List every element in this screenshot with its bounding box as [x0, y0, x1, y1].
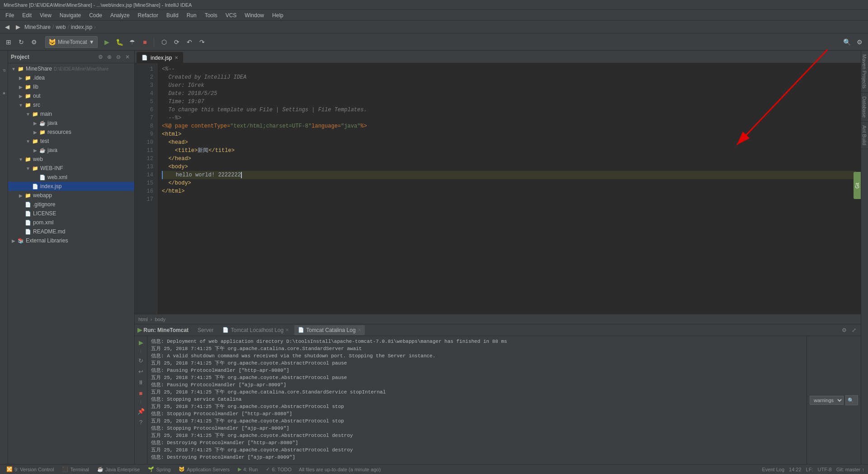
tree-item-idea[interactable]: ▶ 📁 .idea	[8, 73, 134, 82]
status-tab-terminal[interactable]: ⬛ Terminal	[59, 465, 92, 474]
menu-help[interactable]: Help	[269, 11, 287, 19]
menu-tools[interactable]: Tools	[201, 11, 221, 19]
status-lf[interactable]: LF:	[806, 467, 813, 472]
log-filter-select[interactable]: warnings errors all	[810, 396, 844, 405]
menu-vcs[interactable]: VCS	[222, 11, 241, 19]
tree-item-gitignore[interactable]: ▶ 📄 .gitignore	[8, 200, 134, 209]
git-panel-toggle[interactable]: Git	[854, 172, 861, 199]
menu-file[interactable]: File	[2, 11, 18, 19]
tree-toggle-main[interactable]: ▼	[24, 110, 32, 118]
menu-view[interactable]: View	[36, 11, 55, 19]
coverage-button[interactable]: ☂	[127, 36, 138, 48]
menu-run[interactable]: Run	[183, 11, 200, 19]
status-tab-java-enterprise[interactable]: ☕ Java Enterprise	[94, 465, 142, 474]
tree-item-src[interactable]: ▼ 📁 src	[8, 100, 134, 109]
tree-toggle-ext-libs[interactable]: ▶	[10, 237, 17, 244]
build-button[interactable]: ⬡	[158, 36, 170, 48]
debug-button[interactable]: 🐛	[114, 36, 126, 48]
tree-item-ext-libs[interactable]: ▶ 📚 External Libraries	[8, 236, 134, 245]
status-tab-spring[interactable]: 🌱 Spring	[145, 465, 173, 474]
tree-item-pom[interactable]: ▶ 📄 pom.xml	[8, 218, 134, 227]
tab-index-jsp[interactable]: 📄 index.jsp ✕	[137, 52, 183, 63]
tree-toggle-java[interactable]: ▶	[32, 119, 39, 127]
status-line-col[interactable]: 14:22	[789, 467, 802, 472]
bottom-tab-localhost-log[interactable]: 📄 Tomcat Localhost Log ✕	[219, 325, 292, 335]
toolbar-structure-btn[interactable]: ⊞	[3, 36, 14, 48]
tree-item-test-java[interactable]: ▶ ☕ java	[8, 146, 134, 155]
breadcrumb-html[interactable]: html	[138, 317, 148, 322]
bottom-expand-icon[interactable]: ⤢	[850, 326, 858, 334]
maven-projects-tab[interactable]: Maven Projects	[861, 51, 868, 93]
tree-item-resources[interactable]: ▶ 📁 resources	[8, 128, 134, 137]
toolbar-settings-btn[interactable]: ⚙	[28, 36, 40, 48]
bottom-stop-icon[interactable]: ■	[137, 389, 146, 398]
run-config-dropdown[interactable]: 🐱 MineTomcat ▼	[45, 36, 98, 48]
tree-toggle-idea[interactable]: ▶	[17, 74, 24, 81]
code-editor[interactable]: 12345 678910 1112131415 1617 <%-- Create…	[135, 63, 861, 314]
bottom-help-icon[interactable]: ?	[137, 417, 146, 427]
project-settings-icon[interactable]: ⚙	[96, 53, 104, 61]
project-close-icon[interactable]: ✕	[123, 53, 132, 61]
toolbar-sync-btn[interactable]: ↻	[15, 36, 27, 48]
tree-item-test[interactable]: ▼ 📁 test	[8, 137, 134, 146]
settings-gear-btn[interactable]: ⚙	[854, 36, 865, 48]
project-collapse-icon[interactable]: ⊖	[114, 53, 123, 61]
bottom-rerun-icon[interactable]: ↻	[137, 356, 146, 365]
find-button[interactable]: 🔍	[841, 36, 853, 48]
redo-button[interactable]: ↷	[196, 36, 208, 48]
ant-build-tab[interactable]: Ant Build	[861, 122, 868, 149]
menu-edit[interactable]: Edit	[19, 11, 35, 19]
rebuild-button[interactable]: ⟳	[171, 36, 183, 48]
bottom-tab-server[interactable]: Server	[194, 325, 217, 335]
catalina-log-close[interactable]: ✕	[358, 327, 361, 332]
log-search-input[interactable]	[848, 398, 856, 403]
sidebar-project-icon[interactable]: P	[0, 52, 8, 89]
tree-toggle-test-java[interactable]: ▶	[32, 147, 39, 154]
tree-toggle-root[interactable]: ▼	[10, 65, 17, 72]
nav-back-icon[interactable]: ◀	[3, 23, 12, 32]
status-tab-app-servers[interactable]: 🐱 Application Servers	[176, 465, 232, 474]
breadcrumb-project[interactable]: MineShare	[24, 24, 51, 30]
bottom-resume-icon[interactable]: ↩	[137, 367, 146, 376]
status-encoding[interactable]: UTF-8	[817, 467, 831, 472]
menu-analyze[interactable]: Analyze	[107, 11, 133, 19]
tree-item-index-jsp[interactable]: ▶ 📄 index.jsp	[8, 182, 134, 191]
stop-button[interactable]: ■	[139, 36, 151, 48]
bottom-run-icon[interactable]: ▶	[137, 338, 146, 347]
run-button[interactable]: ▶	[101, 36, 113, 48]
status-tab-version-control[interactable]: 🔀 9: Version Control	[4, 465, 57, 474]
menu-build[interactable]: Build	[163, 11, 182, 19]
tab-close-index-jsp[interactable]: ✕	[175, 55, 178, 60]
breadcrumb-body[interactable]: body	[155, 317, 165, 322]
tree-item-web[interactable]: ▼ 📁 web	[8, 155, 134, 164]
tree-toggle-web-inf[interactable]: ▼	[24, 165, 32, 172]
breadcrumb-file[interactable]: index.jsp	[71, 24, 92, 30]
bottom-pin-icon[interactable]: 📌	[137, 407, 146, 416]
tree-toggle-out[interactable]: ▶	[17, 92, 24, 100]
menu-code[interactable]: Code	[85, 11, 106, 19]
tree-toggle-test[interactable]: ▼	[24, 137, 32, 145]
bottom-pause-icon[interactable]: ⏸	[137, 378, 146, 387]
tree-toggle-web[interactable]: ▼	[17, 156, 24, 163]
status-event-log[interactable]: Event Log	[762, 467, 785, 472]
tree-item-license[interactable]: ▶ 📄 LICENSE	[8, 209, 134, 218]
menu-window[interactable]: Window	[241, 11, 268, 19]
database-tab[interactable]: Database	[861, 93, 868, 122]
menu-refactor[interactable]: Refactor	[134, 11, 162, 19]
tree-item-web-inf[interactable]: ▼ 📁 WEB-INF	[8, 164, 134, 173]
tree-item-main[interactable]: ▼ 📁 main	[8, 109, 134, 118]
tree-toggle-lib[interactable]: ▶	[17, 83, 24, 90]
project-expand-icon[interactable]: ⊕	[105, 53, 113, 61]
tree-item-lib[interactable]: ▶ 📁 lib	[8, 82, 134, 91]
breadcrumb-web[interactable]: web	[56, 24, 66, 30]
tree-item-out[interactable]: ▶ 📁 out	[8, 91, 134, 100]
status-tab-todo[interactable]: ✓ 6: TODO	[263, 465, 294, 474]
tree-toggle-resources[interactable]: ▶	[32, 128, 39, 136]
menu-navigate[interactable]: Navigate	[56, 11, 85, 19]
tree-item-java[interactable]: ▶ ☕ java	[8, 118, 134, 128]
localhost-log-close[interactable]: ✕	[285, 327, 289, 332]
status-git-branch[interactable]: Git: master ↑	[836, 467, 864, 472]
code-content[interactable]: <%-- Created by IntelliJ IDEA User: IGre…	[157, 63, 861, 314]
bottom-settings-icon[interactable]: ⚙	[840, 326, 848, 334]
bottom-tab-catalina-log[interactable]: 📄 Tomcat Catalina Log ✕	[294, 325, 364, 335]
